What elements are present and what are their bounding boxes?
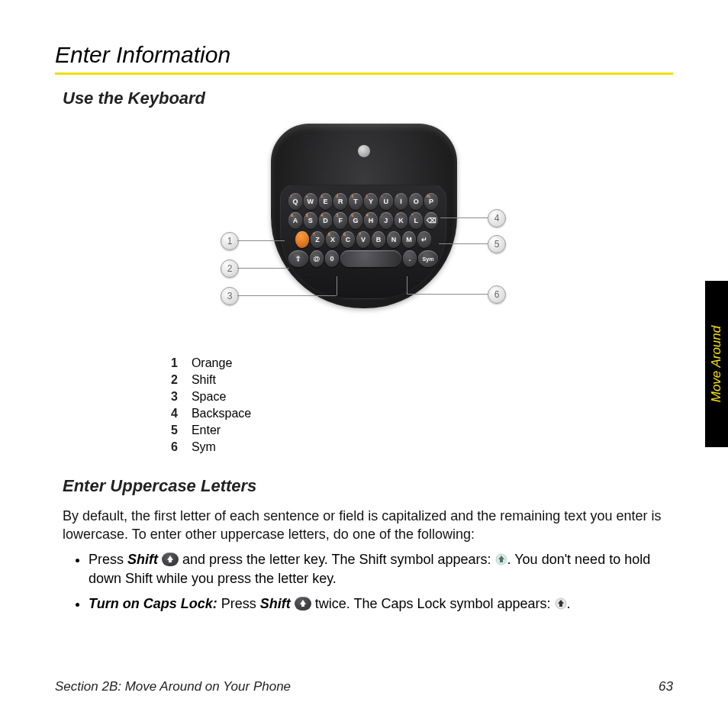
intro-paragraph: By default, the first letter of each sen… <box>63 507 665 544</box>
key-p: %P <box>424 193 438 210</box>
key-m: .M <box>402 231 416 248</box>
key-enter: ↵ <box>417 231 431 248</box>
key-zero: 0 <box>325 250 339 267</box>
key-z: 7Z <box>311 231 324 248</box>
key-t: 3T <box>349 193 362 210</box>
key-w: +W <box>304 193 317 210</box>
page-title: Enter Information <box>55 42 673 68</box>
page-footer: Section 2B: Move Around on Your Phone 63 <box>55 679 673 694</box>
key-i: !I <box>395 193 408 210</box>
key-a: &A <box>288 212 302 229</box>
list-item: Turn on Caps Lock: Press Shift twice. Th… <box>89 594 665 614</box>
key-u: -U <box>379 193 393 210</box>
key-o: 'O <box>409 193 423 210</box>
phone-keyboard: /Q +W 1E 2R 3T )Y -U !I 'O %P &A $S <box>280 185 446 299</box>
key-n: ;N <box>387 231 401 248</box>
callout-line-3b <box>337 276 337 295</box>
callout-legend: 1Orange 2Shift 3Space 4Backspace 5Enter … <box>169 354 253 456</box>
key-x: 8X <box>326 231 340 248</box>
key-sym: Sym <box>418 250 438 267</box>
key-v: ?V <box>356 231 370 248</box>
list-item: Press Shift and press the letter key. Th… <box>89 550 665 588</box>
key-period: . <box>403 250 417 267</box>
callout-3: 3 <box>221 287 239 305</box>
key-orange <box>295 231 309 248</box>
key-g: 6G <box>349 212 362 229</box>
key-f: 5F <box>333 212 347 229</box>
callout-line-1 <box>237 240 285 241</box>
phone-body: /Q +W 1E 2R 3T )Y -U !I 'O %P &A $S <box>271 124 457 308</box>
callout-2: 2 <box>221 259 239 278</box>
callout-line-5 <box>439 243 488 244</box>
callout-5: 5 <box>488 235 506 253</box>
caps-lock-symbol-icon <box>555 596 567 608</box>
key-backspace: ⌫ <box>424 212 438 229</box>
callout-line-2 <box>237 268 289 269</box>
key-b: ,B <box>372 231 385 248</box>
callout-line-6a <box>407 294 488 295</box>
key-r: 2R <box>333 193 347 210</box>
title-rule <box>55 72 673 75</box>
section-heading-keyboard: Use the Keyboard <box>63 89 673 108</box>
key-k: "K <box>395 212 408 229</box>
key-l: *L <box>409 212 423 229</box>
shift-key-icon <box>162 552 179 566</box>
key-y: )Y <box>364 193 378 210</box>
shift-key-icon <box>295 597 311 610</box>
key-space <box>340 250 401 267</box>
footer-page-number: 63 <box>659 679 673 694</box>
shift-symbol-icon <box>495 552 507 564</box>
key-e: 1E <box>319 193 333 210</box>
key-c: 9C <box>341 231 355 248</box>
callout-6: 6 <box>488 285 506 304</box>
instruction-list: Press Shift and press the letter key. Th… <box>76 550 665 614</box>
section-heading-uppercase: Enter Uppercase Letters <box>63 476 673 496</box>
key-d: 4D <box>319 212 333 229</box>
callout-line-4 <box>440 217 488 218</box>
keyboard-figure: /Q +W 1E 2R 3T )Y -U !I 'O %P &A $S <box>55 119 673 340</box>
callout-4: 4 <box>488 209 506 227</box>
phone-mirror-dot <box>358 145 370 157</box>
key-j: :J <box>379 212 393 229</box>
callout-line-6b <box>407 276 407 294</box>
callout-1: 1 <box>221 232 239 250</box>
key-at: @ <box>310 250 324 267</box>
key-s: $S <box>304 212 317 229</box>
key-shift: ⇧ <box>288 250 308 267</box>
key-h: #H <box>364 212 378 229</box>
footer-section-label: Section 2B: Move Around on Your Phone <box>55 679 291 694</box>
callout-line-3a <box>237 295 337 296</box>
key-q: /Q <box>288 193 302 210</box>
side-tab-move-around: Move Around <box>705 281 728 447</box>
